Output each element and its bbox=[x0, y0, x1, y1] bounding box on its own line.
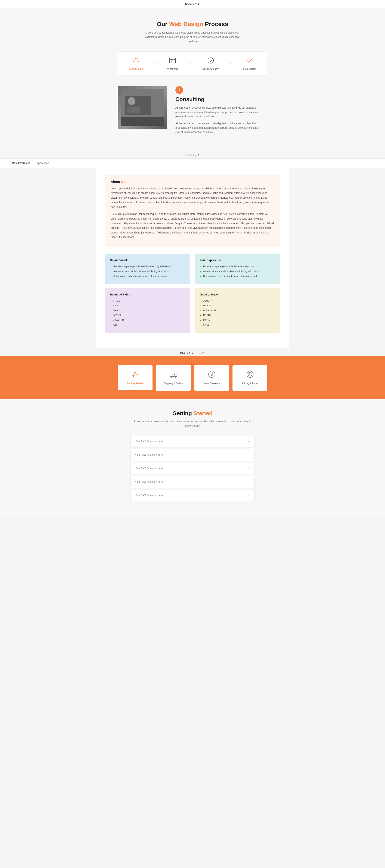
svg-point-12 bbox=[135, 372, 136, 373]
arrow-3: → bbox=[230, 62, 233, 65]
support-card-pricing[interactable]: $ Pricing & Plans bbox=[233, 365, 267, 391]
consulting-badge: 1 bbox=[175, 86, 183, 94]
list-item: CSS bbox=[113, 304, 185, 307]
tab-application[interactable]: Application bbox=[33, 159, 53, 168]
wireframe-icon bbox=[169, 57, 176, 66]
requirements-list: Est ullamcorper eget nulla facilisis eti… bbox=[110, 265, 185, 278]
list-item: Sed arcu non odio euismod lacinia at qui… bbox=[113, 274, 185, 278]
design1-title: Our Web Design Process bbox=[118, 21, 267, 28]
list-item: HTML bbox=[113, 299, 185, 303]
info-cards-row-1: Requirements Est ullamcorper eget nulla … bbox=[105, 254, 280, 284]
design1-section: Our Web Design Process At vero eos et ac… bbox=[0, 8, 385, 150]
svg-point-10 bbox=[128, 97, 136, 105]
support-cards-row: Getting Started Shipping & Orders $ bbox=[118, 365, 267, 391]
about-title: About Molti bbox=[111, 180, 274, 183]
consulting-row: 1 Consulting At vero eos et accusamus iu… bbox=[118, 86, 267, 137]
faq-question-2: Your FAQ Question here. bbox=[135, 454, 164, 457]
consulting-image-placeholder bbox=[118, 86, 167, 129]
step-wireframe-label: Wireframe bbox=[167, 67, 178, 70]
process-bar: Consultation → Wireframe → bbox=[118, 51, 267, 75]
consulting-title: Consulting bbox=[175, 96, 267, 103]
faq-item-4[interactable]: Your FAQ Question here. + bbox=[130, 476, 255, 488]
final-icon bbox=[246, 57, 254, 66]
faq-item-3[interactable]: Your FAQ Question here. + bbox=[130, 463, 255, 474]
list-item: Sed arcu non odio euismod lacinia at qui… bbox=[203, 274, 275, 278]
process-step-wireframe[interactable]: Wireframe bbox=[167, 57, 178, 70]
svg-rect-11 bbox=[121, 117, 164, 126]
svg-rect-9 bbox=[127, 106, 140, 113]
sales-label: Sales Questions bbox=[198, 382, 226, 385]
list-item: Est ullamcorper eget nulla facilisi etia… bbox=[203, 265, 275, 268]
support-card-getting-started[interactable]: Getting Started bbox=[118, 365, 152, 391]
step-consultation-label: Consultation bbox=[128, 67, 143, 70]
arrow-1: → bbox=[153, 62, 157, 65]
faq-question-4: Your FAQ Question here. bbox=[135, 480, 164, 484]
good-to-have-card: Good to Have JQUERY REACT BACKBONE REDUX… bbox=[195, 288, 280, 333]
design2-section-label: DESIGN 2 bbox=[0, 150, 385, 159]
design2-body: About Molti Lorem ipsum dolor sit amet, … bbox=[96, 168, 289, 348]
design1-subtitle: At vero eos et accusamus iusto odio dign… bbox=[139, 31, 246, 43]
consultation-icon bbox=[132, 57, 140, 66]
consulting-image bbox=[118, 86, 167, 129]
design3-section: Getting Started Shipping & Orders $ bbox=[0, 356, 385, 399]
getting-started-subtitle: At vero eos et accusamus iusto odio dign… bbox=[130, 419, 255, 428]
faq-plus-icon-3: + bbox=[248, 466, 250, 471]
tabs-bar: Role Overview Application bbox=[0, 159, 385, 168]
faq-plus-icon-4: + bbox=[248, 480, 250, 484]
pricing-label: Pricing & Plans bbox=[236, 382, 264, 385]
support-card-shipping[interactable]: Shipping & Orders bbox=[156, 365, 191, 391]
experience-list: Est ullamcorper eget nulla facilisi etia… bbox=[200, 265, 275, 278]
top-navigation: DESIGN 1 bbox=[0, 0, 385, 8]
svg-text:$: $ bbox=[211, 372, 213, 376]
divi-icon: D bbox=[207, 57, 214, 66]
faq-plus-icon-1: + bbox=[248, 439, 250, 444]
process-step-consultation[interactable]: Consultation bbox=[128, 57, 143, 70]
faq-question-3: Your FAQ Question here. bbox=[135, 467, 164, 470]
list-item: MYSQL bbox=[113, 313, 185, 317]
shipping-icon bbox=[159, 370, 187, 380]
faq-item-5[interactable]: Your FAQ Question here. + bbox=[130, 490, 255, 501]
about-text2: Eu feugiat pretium nibh ipsum consequat.… bbox=[111, 212, 274, 240]
list-item: Est ullamcorper eget nulla facilisis eti… bbox=[113, 265, 185, 268]
step-divi-label: Design with Divi bbox=[202, 67, 219, 70]
getting-started-title: Getting Started bbox=[130, 410, 255, 417]
process-step-final[interactable]: Final Design bbox=[243, 57, 256, 70]
faq-plus-icon-2: + bbox=[248, 453, 250, 457]
step-final-label: Final Design bbox=[243, 67, 256, 70]
svg-text:D: D bbox=[210, 59, 212, 62]
list-item: Aenean et tortor at risus viverra adipis… bbox=[203, 270, 275, 273]
faq-question-1: Your FAQ Question here. bbox=[135, 440, 164, 443]
faq-question-5: Your FAQ Question here. bbox=[135, 494, 164, 497]
list-item: JAVASCRIPT bbox=[113, 318, 185, 322]
process-step-divi[interactable]: D Design with Divi bbox=[202, 57, 219, 70]
svg-point-1 bbox=[136, 58, 138, 60]
skills-title: Required Skills bbox=[110, 293, 185, 296]
faq-plus-icon-5: + bbox=[248, 493, 250, 498]
getting-started-section: Getting Started At vero eos et accusamus… bbox=[0, 399, 385, 516]
list-item: BACKBONE bbox=[203, 309, 275, 312]
sales-icon: $ bbox=[198, 370, 226, 380]
faq-item-2[interactable]: Your FAQ Question here. + bbox=[130, 449, 255, 461]
consulting-content: 1 Consulting At vero eos et accusamus iu… bbox=[175, 86, 267, 137]
svg-point-15 bbox=[175, 376, 176, 377]
tab-role-overview[interactable]: Role Overview bbox=[8, 159, 33, 168]
info-cards-row-2: Required Skills HTML CSS PHP MYSQL JAVAS… bbox=[105, 288, 280, 333]
nav-label: DESIGN 1 bbox=[185, 3, 200, 5]
about-text1: Lorem ipsum dolor sit amet, consectetur … bbox=[111, 186, 274, 210]
requirements-title: Requirements bbox=[110, 258, 185, 262]
shipping-label: Shipping & Orders bbox=[159, 382, 187, 385]
list-item: GRUNT bbox=[203, 318, 275, 322]
new-badge: – NEW bbox=[196, 352, 205, 354]
list-item: REDUX bbox=[203, 313, 275, 317]
faq-item-1[interactable]: Your FAQ Question here. + bbox=[130, 436, 255, 447]
consulting-text1: At vero eos et accusamus iusto odio dign… bbox=[175, 105, 267, 119]
getting-started-label: Getting Started bbox=[121, 382, 149, 385]
svg-rect-2 bbox=[170, 58, 176, 63]
list-item: GIT bbox=[113, 323, 185, 327]
experience-card: Your Experience Est ullamcorper eget nul… bbox=[195, 254, 280, 284]
experience-title: Your Experience bbox=[200, 258, 275, 262]
support-card-sales[interactable]: $ Sales Questions bbox=[194, 365, 229, 391]
svg-text:$: $ bbox=[249, 373, 250, 376]
list-item: PHP bbox=[113, 309, 185, 312]
svg-point-0 bbox=[134, 58, 136, 60]
